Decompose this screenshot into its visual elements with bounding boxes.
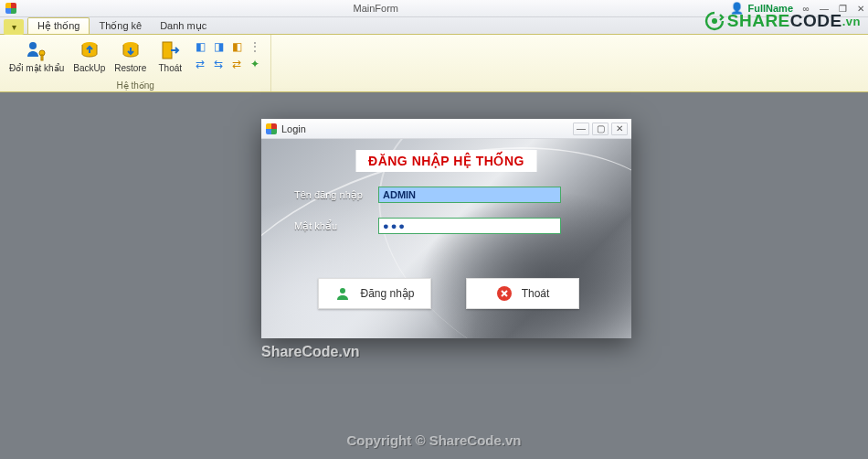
small-btn-1[interactable]: ◧ bbox=[192, 38, 208, 55]
small-btn-4[interactable]: ⋮ bbox=[247, 38, 263, 55]
login-dialog: Login — ▢ ✕ ĐĂNG NHẬP HỆ THỐNG Tên đăng … bbox=[261, 119, 631, 338]
login-button-label: Đăng nhập bbox=[360, 287, 414, 300]
small-btn-2[interactable]: ◨ bbox=[210, 38, 227, 55]
small-btn-8[interactable]: ✦ bbox=[247, 56, 263, 72]
ribbon-group-he-thong: Đổi mật khẩu BackUp Restore Thoát bbox=[0, 35, 271, 91]
restore-icon bbox=[119, 38, 143, 62]
window-title: MainForm bbox=[21, 3, 730, 14]
svg-point-8 bbox=[712, 18, 717, 24]
login-button-row: Đăng nhập Thoát bbox=[318, 278, 579, 309]
login-exit-label: Thoát bbox=[522, 287, 550, 300]
login-button[interactable]: Đăng nhập bbox=[318, 278, 431, 309]
dialog-maximize-button[interactable]: ▢ bbox=[592, 123, 609, 135]
svg-rect-5 bbox=[163, 42, 172, 59]
backup-button[interactable]: BackUp bbox=[69, 37, 109, 75]
change-password-button[interactable]: Đổi mật khẩu bbox=[5, 37, 68, 75]
small-btn-3[interactable]: ◧ bbox=[228, 38, 245, 55]
logo-icon bbox=[704, 11, 725, 31]
watermark-copyright: Copyright © ShareCode.vn bbox=[0, 432, 868, 448]
login-heading-text: ĐĂNG NHẬP HỆ THỐNG bbox=[368, 154, 524, 168]
dialog-minimize-button[interactable]: — bbox=[573, 123, 589, 135]
svg-rect-2 bbox=[41, 55, 43, 60]
dialog-controls: — ▢ ✕ bbox=[573, 123, 628, 135]
username-label: Tên đăng nhập bbox=[294, 189, 369, 201]
restore-button[interactable]: Restore bbox=[111, 37, 150, 75]
login-body: ĐĂNG NHẬP HỆ THỐNG Tên đăng nhập Mật khẩ… bbox=[261, 139, 631, 338]
password-label: Mật khẩu bbox=[294, 220, 369, 232]
restore-label: Restore bbox=[114, 63, 146, 73]
key-user-icon bbox=[25, 38, 48, 62]
sharecode-logo: SHARECODE.vn bbox=[704, 11, 861, 31]
exit-label: Thoát bbox=[158, 63, 182, 73]
login-heading: ĐĂNG NHẬP HỆ THỐNG bbox=[355, 150, 537, 172]
close-circle-icon bbox=[496, 285, 513, 302]
login-title: Login bbox=[281, 123, 573, 134]
password-row: Mật khẩu bbox=[294, 218, 561, 234]
watermark-small: ShareCode.vn bbox=[261, 344, 360, 360]
login-titlebar: Login — ▢ ✕ bbox=[261, 119, 631, 139]
dialog-icon bbox=[266, 123, 277, 134]
tab-he-thong[interactable]: Hệ thống bbox=[27, 17, 90, 34]
logo-text-1: SHARE bbox=[727, 11, 790, 31]
small-btn-5[interactable]: ⇄ bbox=[192, 56, 208, 72]
exit-button[interactable]: Thoát bbox=[152, 37, 188, 75]
app-icon bbox=[5, 3, 16, 14]
tab-thong-ke[interactable]: Thống kê bbox=[90, 18, 151, 34]
user-login-icon bbox=[334, 285, 351, 302]
tab-danh-muc[interactable]: Danh mục bbox=[151, 18, 216, 34]
change-password-label: Đổi mật khẩu bbox=[9, 63, 64, 73]
ribbon-small-buttons: ◧ ◨ ◧ ⋮ ⇄ ⇆ ⇄ ✦ bbox=[190, 37, 265, 74]
small-btn-7[interactable]: ⇄ bbox=[228, 56, 245, 72]
username-input[interactable] bbox=[378, 187, 561, 203]
exit-icon bbox=[158, 38, 182, 62]
svg-point-0 bbox=[29, 42, 37, 49]
logo-text-3: .vn bbox=[842, 15, 861, 28]
username-row: Tên đăng nhập bbox=[294, 187, 561, 203]
svg-point-6 bbox=[340, 288, 345, 294]
backup-label: BackUp bbox=[73, 63, 105, 73]
dialog-close-button[interactable]: ✕ bbox=[611, 123, 628, 135]
login-exit-button[interactable]: Thoát bbox=[466, 278, 579, 309]
ribbon-group-label: Hệ thống bbox=[5, 80, 265, 91]
ribbon-body: Đổi mật khẩu BackUp Restore Thoát bbox=[0, 35, 868, 92]
password-input[interactable] bbox=[378, 218, 561, 234]
small-btn-6[interactable]: ⇆ bbox=[210, 56, 227, 72]
logo-text-2: CODE bbox=[790, 11, 842, 31]
backup-icon bbox=[78, 38, 101, 62]
file-menu-button[interactable]: ▾ bbox=[4, 19, 24, 35]
